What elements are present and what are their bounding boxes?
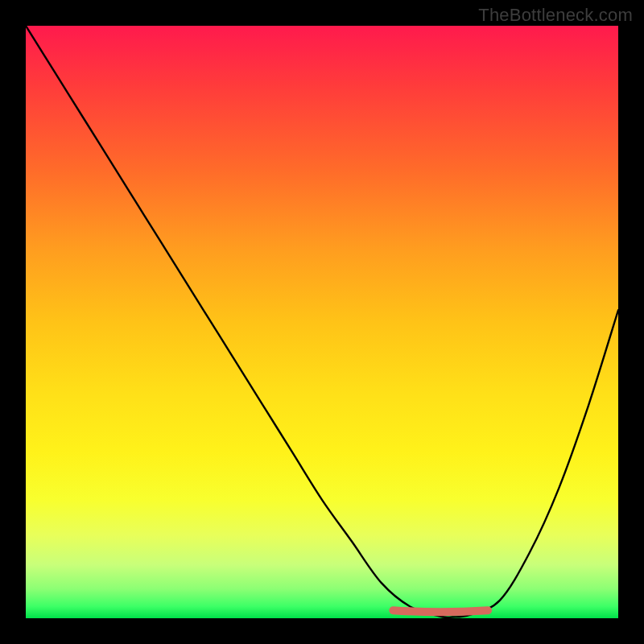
chart-plot-area — [26, 26, 618, 618]
watermark-text: TheBottleneck.com — [478, 5, 633, 26]
chart-stage: TheBottleneck.com — [0, 0, 644, 644]
bottleneck-curve-chart — [26, 26, 618, 618]
optimal-segment — [393, 610, 488, 612]
bottleneck-curve — [26, 26, 618, 617]
